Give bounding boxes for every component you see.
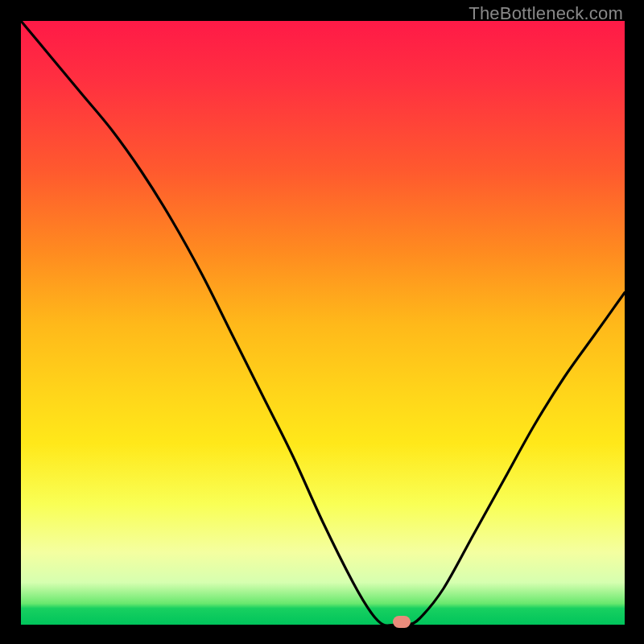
bottleneck-curve — [21, 21, 625, 625]
gap-marker — [393, 616, 411, 628]
plot-area — [21, 21, 625, 625]
chart-container: TheBottleneck.com — [0, 0, 644, 644]
